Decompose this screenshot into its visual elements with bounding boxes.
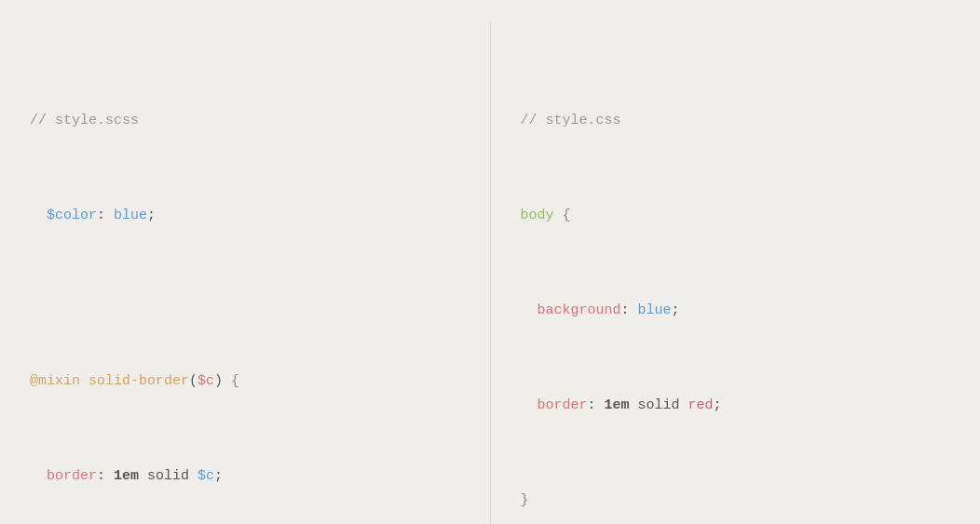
right-code-block: // style.css body { background: blue; bo… xyxy=(521,37,951,524)
right-bg-prop: background xyxy=(538,302,621,318)
left-mixin-name: solid-border xyxy=(88,373,189,389)
left-paren-open: ( xyxy=(189,373,197,389)
left-c-var: $c xyxy=(197,468,214,484)
right-colon-2: : xyxy=(588,397,605,413)
right-semi-2: ; xyxy=(714,397,722,413)
left-colon-1: : xyxy=(97,208,114,223)
right-line-5: } xyxy=(521,489,951,513)
right-line-4: border: 1em solid red; xyxy=(521,394,951,418)
right-solid-1: solid xyxy=(638,397,688,413)
right-line-2: body { xyxy=(521,204,951,228)
right-red-val: red xyxy=(688,397,714,413)
left-color-var: $color xyxy=(47,208,97,223)
right-line-1: // style.css xyxy=(521,109,951,133)
left-code-block: // style.scss $color: blue; @mixin solid… xyxy=(30,37,460,524)
left-colon-2: : xyxy=(97,468,114,484)
right-blue-val: blue xyxy=(638,302,672,318)
left-semi-2: ; xyxy=(214,468,223,484)
right-brace-2: } xyxy=(521,492,529,508)
right-body-selector: body xyxy=(521,208,554,223)
left-comment: // style.scss xyxy=(30,113,139,128)
left-border-prop: border xyxy=(47,468,97,484)
left-solid-1: solid xyxy=(147,468,197,484)
left-paren-close: ) xyxy=(214,373,231,389)
left-line-3: @mixin solid-border($c) { xyxy=(30,369,460,394)
right-panel: // style.css body { background: blue; bo… xyxy=(491,22,981,524)
left-blank-1 xyxy=(30,275,460,299)
left-semi-1: ; xyxy=(147,208,156,223)
main-container: // style.scss $color: blue; @mixin solid… xyxy=(0,0,980,524)
right-line-3: background: blue; xyxy=(521,299,951,323)
right-brace-1: { xyxy=(563,208,571,223)
left-line-1: // style.scss xyxy=(30,109,460,133)
left-brace-1: { xyxy=(231,373,239,389)
right-semi-1: ; xyxy=(672,302,680,318)
left-at-mixin: @mixin xyxy=(30,373,80,389)
left-1em: 1em xyxy=(114,468,139,484)
left-line-2: $color: blue; xyxy=(30,204,460,228)
right-border-prop: border xyxy=(538,397,588,413)
right-colon-1: : xyxy=(621,302,638,318)
right-1em: 1em xyxy=(605,397,630,413)
left-value-blue: blue xyxy=(114,208,147,223)
left-param: $c xyxy=(197,373,214,389)
left-panel: // style.scss $color: blue; @mixin solid… xyxy=(0,22,490,524)
left-line-4: border: 1em solid $c; xyxy=(30,464,460,489)
right-comment: // style.css xyxy=(521,113,621,128)
